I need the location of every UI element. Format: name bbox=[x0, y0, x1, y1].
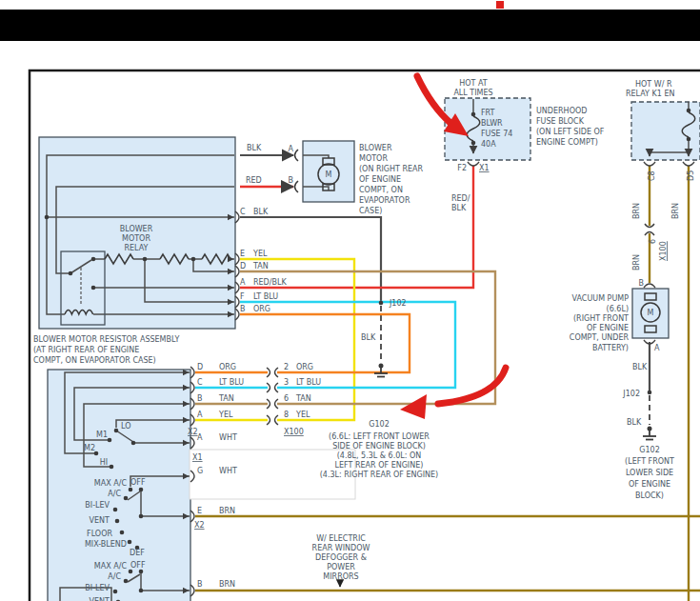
svg-text:YEL: YEL bbox=[295, 411, 310, 419]
svg-text:MOTOR: MOTOR bbox=[122, 234, 150, 243]
svg-text:(4.8L, 5.3L & 6.0L: ON: (4.8L, 5.3L & 6.0L: ON bbox=[337, 451, 422, 460]
label-brn-right: BRN bbox=[671, 203, 680, 219]
label-blk-center: BLK bbox=[361, 333, 376, 342]
svg-text:LEFT REAR OF ENGINE): LEFT REAR OF ENGINE) bbox=[335, 461, 424, 470]
svg-text:COMPT, ON EVAPORATOR CASE): COMPT, ON EVAPORATOR CASE) bbox=[33, 356, 156, 365]
svg-text:OF ENGINE: OF ENGINE bbox=[587, 324, 629, 332]
svg-text:F: F bbox=[240, 292, 245, 301]
label-g102-center: G102 bbox=[369, 420, 389, 429]
red-dot-annotation bbox=[496, 1, 504, 9]
svg-text:DEFOGGER &: DEFOGGER & bbox=[315, 553, 367, 562]
svg-text:LT BLU: LT BLU bbox=[219, 378, 244, 387]
svg-text:YEL: YEL bbox=[252, 250, 268, 258]
svg-text:LT BLU: LT BLU bbox=[253, 292, 278, 301]
resistor-assembly-caption: BLOWER MOTOR RESISTOR ASSEMBLY bbox=[33, 335, 179, 344]
wire-orange bbox=[240, 314, 410, 372]
svg-text:(6.6L: LEFT FRONT LOWER: (6.6L: LEFT FRONT LOWER bbox=[329, 432, 430, 441]
svg-text:WHT: WHT bbox=[219, 467, 237, 475]
svg-text:(4.3L: RIGHT REAR OF ENGINE): (4.3L: RIGHT REAR OF ENGINE) bbox=[320, 471, 439, 479]
svg-text:POWER: POWER bbox=[327, 563, 355, 571]
svg-text:BATTERY): BATTERY) bbox=[592, 344, 629, 352]
label-blk-right: BLK bbox=[632, 363, 648, 371]
splice-j102-center bbox=[379, 301, 384, 306]
label-x2: X2 bbox=[188, 428, 198, 436]
svg-text:RELAY K1 EN: RELAY K1 EN bbox=[626, 90, 674, 98]
svg-text:REAR WINDOW: REAR WINDOW bbox=[312, 544, 370, 552]
label-fan-hi: HI bbox=[100, 458, 108, 467]
svg-text:BLOCK): BLOCK) bbox=[635, 491, 664, 500]
svg-text:B: B bbox=[197, 394, 203, 403]
label-hot-at: HOT AT bbox=[459, 79, 488, 88]
svg-text:DEF: DEF bbox=[130, 549, 145, 557]
label-x2-e: X2 bbox=[194, 521, 205, 530]
motor-m-glyph: M bbox=[326, 170, 332, 179]
label-pin-a: A bbox=[289, 145, 294, 153]
label-hot-relay-k1: HOT W/ R bbox=[635, 80, 672, 89]
splice-j102-right bbox=[648, 391, 652, 395]
svg-text:BLK: BLK bbox=[451, 204, 467, 212]
label-x100: X100 bbox=[284, 428, 304, 436]
vacuum-pump-caption: VACUUM PUMP bbox=[572, 294, 630, 303]
label-f2: F2 bbox=[457, 164, 467, 172]
ground-g102-center bbox=[374, 364, 388, 377]
svg-text:BI-LEV: BI-LEV bbox=[85, 584, 110, 592]
label-g102-right: G102 bbox=[639, 446, 659, 454]
wire-red-blk-feed bbox=[240, 166, 473, 288]
svg-text:A: A bbox=[197, 433, 203, 442]
svg-text:(AT RIGHT REAR OF ENGINE: (AT RIGHT REAR OF ENGINE bbox=[33, 346, 139, 354]
blower-motor-caption: BLOWER bbox=[359, 144, 392, 152]
svg-text:E: E bbox=[197, 507, 202, 515]
svg-text:VENT: VENT bbox=[90, 516, 110, 525]
label-red-b: RED bbox=[246, 176, 262, 185]
label-redblk-wire: RED/ bbox=[451, 194, 470, 203]
svg-text:(LEFT FRONT: (LEFT FRONT bbox=[625, 457, 674, 466]
svg-text:TAN: TAN bbox=[218, 394, 234, 403]
svg-text:FUSE BLOCK: FUSE BLOCK bbox=[536, 117, 585, 126]
underhood-caption: UNDERHOOD bbox=[536, 107, 587, 115]
svg-text:G: G bbox=[197, 467, 203, 475]
label-blk-a: BLK bbox=[247, 144, 262, 152]
svg-text:LOWER SIDE: LOWER SIDE bbox=[626, 469, 673, 477]
svg-text:COMPT, UNDER: COMPT, UNDER bbox=[570, 333, 630, 342]
svg-text:FLOOR: FLOOR bbox=[87, 530, 112, 538]
svg-text:(ON LEFT SIDE OF: (ON LEFT SIDE OF bbox=[536, 128, 605, 136]
defogger-note: W/ ELECTRIC bbox=[316, 534, 366, 543]
svg-text:ORG: ORG bbox=[253, 305, 270, 313]
svg-text:BRN: BRN bbox=[219, 507, 235, 515]
svg-text:LT BLU: LT BLU bbox=[296, 378, 321, 387]
relay-caption: BLOWER bbox=[120, 225, 153, 233]
svg-text:OFF: OFF bbox=[130, 478, 146, 487]
label-d5: D5 bbox=[687, 170, 695, 181]
top-black-bar bbox=[0, 10, 700, 41]
svg-text:RED/BLK: RED/BLK bbox=[253, 278, 287, 287]
svg-text:A/C: A/C bbox=[108, 572, 121, 581]
wiring-diagram-page: M M bbox=[0, 0, 700, 601]
svg-text:OFF: OFF bbox=[130, 561, 146, 570]
svg-text:ALL TIMES: ALL TIMES bbox=[453, 89, 492, 97]
svg-text:MAX A/C: MAX A/C bbox=[94, 479, 128, 488]
svg-text:EVAPORATOR: EVAPORATOR bbox=[359, 196, 410, 205]
ground-g102-right bbox=[643, 427, 656, 440]
svg-text:ORG: ORG bbox=[296, 363, 313, 371]
label-pump-a: A bbox=[654, 344, 660, 352]
label-blk-right-2: BLK bbox=[627, 418, 642, 427]
svg-text:40A: 40A bbox=[481, 140, 496, 149]
svg-text:CASE): CASE) bbox=[359, 207, 382, 215]
svg-text:BLWR: BLWR bbox=[481, 119, 503, 128]
svg-text:TAN: TAN bbox=[252, 262, 269, 270]
label-x1: X1 bbox=[192, 453, 203, 462]
svg-text:3: 3 bbox=[284, 378, 289, 387]
label-brn-left: BRN bbox=[632, 203, 641, 219]
svg-text:WHT: WHT bbox=[219, 433, 237, 442]
label-x1-fuse: X1 bbox=[479, 164, 490, 172]
svg-text:6: 6 bbox=[284, 394, 289, 403]
svg-text:(6.6L): (6.6L) bbox=[607, 305, 629, 313]
svg-text:MIX-BLEND: MIX-BLEND bbox=[85, 540, 127, 549]
svg-text:ORG: ORG bbox=[219, 363, 236, 371]
label-brn-lower: BRN bbox=[632, 254, 641, 270]
label-fan-m1: M1 bbox=[96, 431, 108, 439]
svg-text:BRN: BRN bbox=[219, 580, 235, 589]
svg-text:(ON RIGHT REAR: (ON RIGHT REAR bbox=[359, 165, 424, 173]
label-fuse-name: FRT bbox=[481, 109, 495, 117]
svg-text:ENGINE COMPT): ENGINE COMPT) bbox=[536, 138, 598, 147]
